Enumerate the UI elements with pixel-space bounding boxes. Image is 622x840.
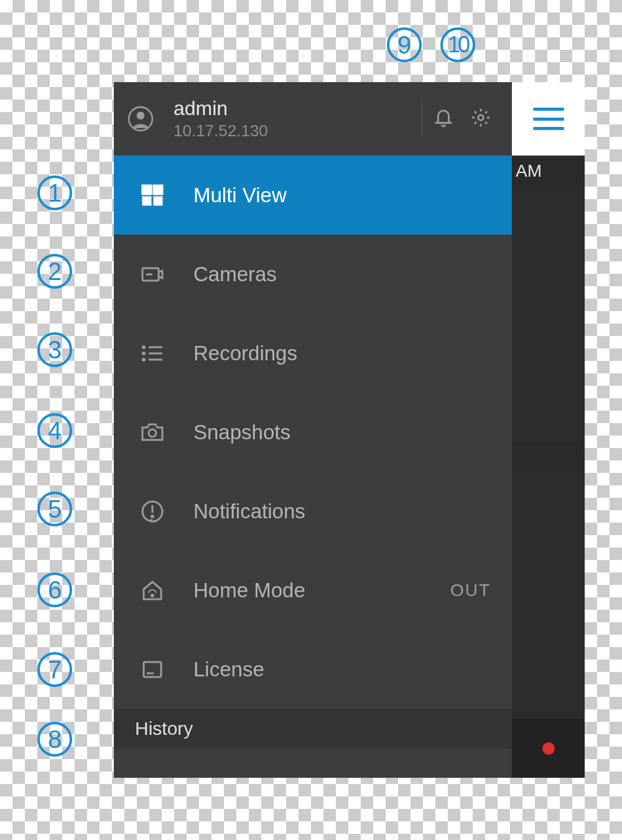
annotation-7: 7: [37, 652, 72, 687]
annotation-3: 3: [37, 332, 72, 367]
menu-label: Snapshots: [193, 421, 512, 444]
svg-rect-20: [144, 662, 161, 677]
section-label: History: [135, 718, 193, 739]
hamburger-button[interactable]: [533, 108, 564, 130]
grid-icon: [139, 182, 166, 209]
annotation-1: 1: [37, 175, 72, 210]
license-icon: [139, 656, 166, 683]
time-strip: AM: [512, 156, 585, 187]
home-icon: [139, 577, 166, 604]
record-icon[interactable]: [542, 742, 555, 755]
app-container: admin 10.17.52.130: [114, 82, 585, 778]
peek-dark-1: [512, 187, 585, 442]
svg-rect-5: [142, 197, 151, 205]
menu-item-license[interactable]: License: [114, 630, 512, 709]
annotation-10: 10: [440, 27, 475, 62]
am-label: AM: [516, 161, 542, 181]
annotation-5: 5: [37, 492, 72, 526]
svg-point-19: [152, 594, 154, 596]
svg-point-15: [149, 429, 156, 437]
annotation-9: 9: [387, 27, 422, 62]
peek-dark-3: [512, 473, 585, 719]
annotation-2: 2: [37, 254, 72, 289]
annotation-4: 4: [37, 413, 72, 448]
svg-point-18: [152, 515, 154, 517]
list-icon: [139, 340, 166, 367]
menu-label: Multi View: [193, 184, 512, 207]
section-history: History: [114, 709, 512, 749]
menu-label: Home Mode: [193, 579, 450, 602]
user-info[interactable]: admin 10.17.52.130: [174, 97, 419, 141]
annotation-8: 8: [37, 722, 72, 757]
bell-button[interactable]: [425, 100, 462, 138]
menu-item-multiview[interactable]: Multi View: [114, 156, 512, 235]
menu-label: Notifications: [193, 500, 512, 523]
peek-bottom-bar: [512, 719, 585, 778]
menu-item-homemode[interactable]: Home Mode OUT: [114, 551, 512, 630]
menu-item-notifications[interactable]: Notifications: [114, 472, 512, 551]
peek-dark-2: [512, 442, 585, 473]
svg-point-2: [478, 115, 484, 121]
menu-item-snapshots[interactable]: Snapshots: [114, 393, 512, 472]
username-label: admin: [174, 97, 419, 120]
photo-camera-icon: [139, 419, 166, 446]
svg-point-1: [137, 111, 145, 119]
top-bar: [512, 82, 585, 156]
menu-item-recordings[interactable]: Recordings: [114, 314, 512, 393]
annotation-6: 6: [37, 572, 72, 607]
svg-rect-3: [142, 185, 151, 194]
homemode-status: OUT: [450, 581, 491, 600]
svg-point-11: [143, 352, 145, 354]
menu-label: Cameras: [193, 263, 512, 286]
settings-button[interactable]: [462, 100, 499, 138]
content-peek: AM: [512, 82, 585, 778]
sidebar: admin 10.17.52.130: [114, 82, 512, 778]
menu-label: Recordings: [193, 342, 512, 365]
svg-point-13: [143, 358, 145, 360]
svg-point-9: [143, 346, 145, 348]
sidebar-header: admin 10.17.52.130: [114, 82, 512, 156]
gear-icon: [470, 107, 491, 131]
header-divider: [422, 101, 422, 136]
hamburger-icon: [533, 108, 564, 130]
ip-label: 10.17.52.130: [174, 121, 419, 141]
alert-circle-icon: [139, 498, 166, 525]
camera-icon: [139, 261, 166, 288]
svg-rect-6: [154, 197, 162, 205]
menu-item-cameras[interactable]: Cameras: [114, 235, 512, 314]
avatar-icon[interactable]: [126, 105, 155, 133]
menu-label: License: [193, 658, 512, 681]
svg-rect-4: [154, 185, 162, 194]
bell-icon: [433, 107, 454, 131]
